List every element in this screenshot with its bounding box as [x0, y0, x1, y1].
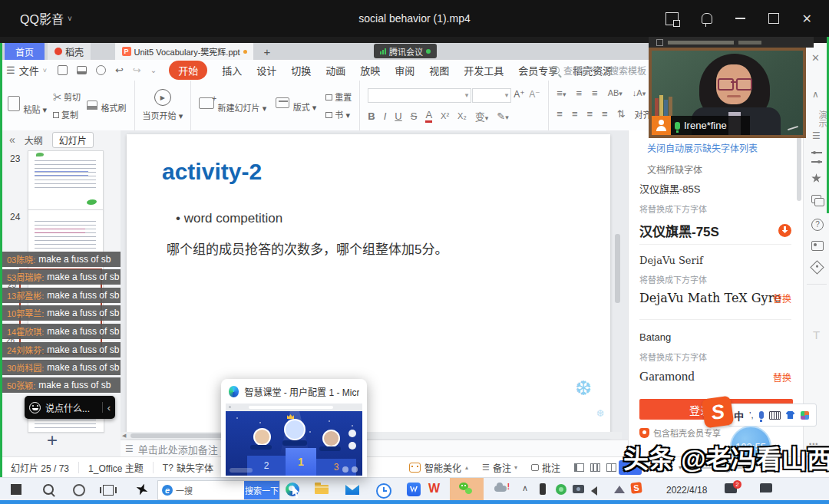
command-search[interactable]: 查找命令、搜索模板 [551, 64, 646, 77]
copy-button[interactable]: 复制 [53, 108, 81, 120]
clock-app-icon[interactable] [376, 483, 391, 499]
distribute-icon[interactable]: ⇅ [617, 108, 626, 120]
maximize-button[interactable] [768, 13, 779, 24]
close-button[interactable]: ✕ [802, 12, 812, 26]
tab-slides[interactable]: 幻灯片 [52, 132, 94, 148]
play-from-current-button[interactable]: ▶ 当页开始 ▾ [143, 89, 183, 122]
format-painter-button[interactable]: 格式刷 [87, 97, 126, 114]
location-diamond-icon[interactable] [810, 260, 824, 274]
tab-document[interactable]: P Unit5 Vocabulary-樊宪辉.pptx [115, 43, 253, 60]
collapse-panel-icon[interactable]: « [9, 133, 15, 146]
slide-canvas[interactable]: activity-2 • word competition 哪个组的成员抢答的次… [127, 134, 610, 437]
replace-font-link[interactable]: 替换 [773, 371, 791, 384]
wifi-tray-icon[interactable] [614, 486, 625, 493]
vertical-scrollbar[interactable] [615, 134, 620, 437]
frame-capture-icon[interactable] [666, 12, 679, 25]
tab-home[interactable]: 首页 [5, 43, 45, 60]
menu-start[interactable]: 开始 [169, 61, 207, 80]
align-right-icon[interactable]: ≡ [587, 108, 593, 120]
undo-icon[interactable]: ↩ [115, 64, 124, 76]
justify-icon[interactable]: ≡ [602, 108, 608, 120]
slide-body[interactable]: 哪个组的成员抢答的次数多，哪个组整体加5分。 [167, 239, 448, 258]
bold-button[interactable]: B [368, 110, 375, 122]
notes-toggle[interactable]: ☰ 备注 ▾ [482, 461, 517, 474]
horizontal-scrollbar[interactable]: ◀ [121, 432, 622, 439]
beautify-wand-icon[interactable] [811, 173, 821, 183]
say-something-pill[interactable]: 说点什么... ‹ [25, 396, 115, 419]
font-family-select[interactable]: ▾ [368, 88, 471, 103]
taskbar-search-box[interactable]: e 一搜 搜索一下 [157, 480, 280, 500]
slide-bullet[interactable]: • word competition [176, 211, 282, 226]
ime-keyboard-icon[interactable] [769, 411, 781, 420]
collapse-ribbon-icon[interactable]: ∧ [812, 89, 819, 100]
font-size-select[interactable]: ▾ [472, 88, 511, 103]
help-icon[interactable]: T?? [811, 219, 824, 231]
text-effect-button[interactable]: 变▾ [475, 109, 489, 124]
volume-icon[interactable] [591, 485, 597, 499]
meeting-badge[interactable]: 腾讯会议 [374, 44, 437, 58]
save-icon[interactable] [58, 65, 68, 75]
ime-toolbar[interactable]: 中 ’, [728, 404, 817, 427]
comments-toggle[interactable]: 批注 [531, 461, 560, 474]
line-spacing-icon[interactable]: ↓A▾ [632, 88, 646, 97]
print-icon[interactable] [77, 66, 87, 74]
ime-lang-toggle[interactable]: 中 [734, 408, 744, 423]
redo-icon[interactable]: ↪ [133, 64, 141, 76]
reading-view-icon[interactable] [606, 463, 616, 472]
slide-title[interactable]: activity-2 [162, 159, 262, 185]
meeting-app-icon[interactable] [407, 483, 421, 496]
ime-skin-icon[interactable] [786, 411, 795, 419]
menu-view[interactable]: 视图 [429, 63, 449, 77]
tray-expand-icon[interactable]: ∧ [522, 483, 528, 493]
missing-font-status[interactable]: 缺失字体 [177, 461, 213, 474]
collapse-chat-icon[interactable]: ‹ [107, 402, 111, 413]
taskbar-search-icon[interactable] [43, 484, 54, 495]
file-explorer-icon[interactable] [315, 485, 329, 494]
subscript-button[interactable]: X₂ [457, 111, 467, 120]
menu-design[interactable]: 设计 [256, 63, 276, 77]
text-direction-icon[interactable]: AB▾ [608, 88, 623, 97]
notification-icon[interactable]: 2 [725, 483, 737, 493]
ime-mic-icon[interactable] [759, 411, 764, 419]
notes-bar[interactable]: ☰ 单击此处添加备注 [121, 440, 632, 457]
camera-tray-icon[interactable] [573, 485, 584, 493]
search-go-button[interactable]: 搜索一下 [244, 481, 279, 499]
image-tools-icon[interactable] [811, 241, 824, 251]
tab-docer[interactable]: 稻壳 [48, 43, 91, 60]
highlight-button[interactable]: ✎▾ [497, 110, 508, 122]
ime-grid-icon[interactable] [801, 411, 809, 420]
layout-button[interactable]: 版式 ▾ [276, 97, 316, 114]
italic-button[interactable]: I [384, 110, 387, 122]
smart-beautify-button[interactable]: 智能美化 ▴ [409, 461, 468, 474]
slide-thumbnail-23[interactable] [28, 150, 104, 210]
tab-outline[interactable]: 大纲 [25, 133, 43, 147]
close-pane-icon[interactable]: ✕ [811, 52, 820, 64]
align-center-icon[interactable]: ≡ [572, 108, 578, 120]
menu-insert[interactable]: 插入 [222, 63, 242, 77]
meeting-video-overlay[interactable]: Irene*fine [649, 37, 806, 138]
task-view-ic[interactable] [103, 485, 114, 496]
strikethrough-button[interactable]: S [411, 110, 418, 122]
pinwheel-app-icon[interactable] [134, 482, 150, 498]
comment-tray-icon[interactable] [760, 483, 772, 492]
auto-show-link[interactable]: 关闭自动展示缺失字体列表 [647, 141, 758, 154]
taskbar-date[interactable]: 2022/4/18 [666, 485, 707, 496]
menu-slideshow[interactable]: 放映 [360, 63, 380, 77]
menu-animation[interactable]: 动画 [325, 63, 345, 77]
settings-sliders-icon[interactable] [811, 152, 822, 163]
reset-button[interactable]: 重置 [325, 91, 352, 103]
cortana-icon[interactable] [73, 484, 85, 496]
find-icon[interactable] [96, 65, 106, 75]
menu-review[interactable]: 审阅 [395, 63, 414, 77]
bullet-list-icon[interactable]: ≡▾ [557, 87, 566, 99]
security-app-icon[interactable] [556, 484, 566, 495]
font-color-button[interactable]: A [425, 109, 432, 123]
text-tool-icon[interactable]: T [813, 328, 820, 341]
menu-devtools[interactable]: 开发工具 [464, 63, 504, 77]
decrease-indent-icon[interactable]: ≡ [576, 87, 582, 99]
wps-app-icon[interactable]: W [428, 482, 440, 496]
sorter-view-icon[interactable] [590, 463, 600, 472]
minimize-button[interactable] [735, 18, 745, 19]
pin-icon[interactable] [702, 13, 712, 24]
normal-view-icon[interactable] [574, 463, 584, 472]
